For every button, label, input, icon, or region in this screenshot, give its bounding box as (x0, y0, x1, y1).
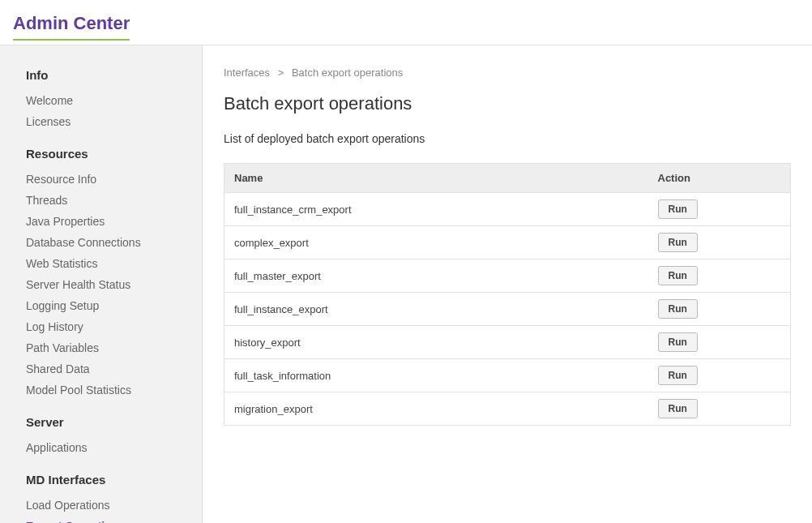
table-row: history_exportRun (224, 326, 791, 359)
sidebar-item[interactable]: Export Operations (26, 516, 202, 523)
sidebar: InfoWelcomeLicensesResourcesResource Inf… (0, 45, 203, 523)
sidebar-item[interactable]: Logging Setup (26, 295, 202, 316)
sidebar-item[interactable]: Log History (26, 316, 202, 337)
run-button[interactable]: Run (658, 299, 698, 319)
operation-name: history_export (224, 326, 648, 359)
breadcrumb-current: Batch export operations (292, 66, 403, 79)
nav-group: ServerApplications (26, 415, 202, 458)
nav-group: InfoWelcomeLicenses (26, 68, 202, 132)
sidebar-item[interactable]: Web Statistics (26, 253, 202, 274)
column-header-action: Action (648, 164, 791, 193)
page-subtitle: List of deployed batch export operations (224, 132, 791, 145)
run-button[interactable]: Run (658, 199, 698, 219)
nav-group: MD InterfacesLoad OperationsExport Opera… (26, 473, 202, 523)
operation-action-cell: Run (648, 259, 791, 293)
app-title[interactable]: Admin Center (13, 13, 130, 41)
table-row: full_master_exportRun (224, 259, 791, 293)
operation-action-cell: Run (648, 326, 791, 359)
sidebar-item[interactable]: Database Connections (26, 232, 202, 253)
breadcrumb: Interfaces > Batch export operations (224, 66, 791, 79)
operation-action-cell: Run (648, 293, 791, 326)
breadcrumb-sep: > (278, 66, 284, 79)
nav-group-title: Server (26, 415, 202, 429)
nav-group-title: Resources (26, 147, 202, 161)
app-header: Admin Center (0, 0, 812, 45)
nav-group: ResourcesResource InfoThreadsJava Proper… (26, 147, 202, 401)
table-row: complex_exportRun (224, 226, 791, 259)
sidebar-item[interactable]: Server Health Status (26, 274, 202, 295)
table-row: full_instance_exportRun (224, 293, 791, 326)
sidebar-item[interactable]: Java Properties (26, 211, 202, 232)
operation-name: full_instance_crm_export (224, 193, 648, 226)
sidebar-item[interactable]: Path Variables (26, 337, 202, 358)
page-title: Batch export operations (224, 93, 791, 114)
breadcrumb-parent[interactable]: Interfaces (224, 66, 270, 79)
operation-action-cell: Run (648, 193, 791, 226)
main-content: Interfaces > Batch export operations Bat… (203, 45, 812, 523)
operation-name: full_master_export (224, 259, 648, 293)
sidebar-item[interactable]: Load Operations (26, 495, 202, 516)
nav-group-title: Info (26, 68, 202, 82)
sidebar-item[interactable]: Resource Info (26, 169, 202, 190)
table-row: migration_exportRun (224, 392, 791, 426)
nav-group-title: MD Interfaces (26, 473, 202, 487)
run-button[interactable]: Run (658, 399, 698, 418)
sidebar-item[interactable]: Applications (26, 437, 202, 458)
sidebar-item[interactable]: Model Pool Statistics (26, 379, 202, 401)
column-header-name: Name (224, 164, 648, 193)
table-row: full_task_informationRun (224, 359, 791, 392)
operation-action-cell: Run (648, 359, 791, 392)
sidebar-item[interactable]: Threads (26, 190, 202, 211)
sidebar-item[interactable]: Licenses (26, 111, 202, 132)
run-button[interactable]: Run (658, 366, 698, 385)
run-button[interactable]: Run (658, 266, 698, 285)
operation-name: full_instance_export (224, 293, 648, 326)
operations-table: Name Action full_instance_crm_exportRunc… (224, 163, 791, 426)
operation-name: migration_export (224, 392, 648, 426)
sidebar-item[interactable]: Shared Data (26, 358, 202, 379)
table-row: full_instance_crm_exportRun (224, 193, 791, 226)
operation-name: full_task_information (224, 359, 648, 392)
operations-table-body: full_instance_crm_exportRuncomplex_expor… (224, 193, 791, 426)
layout: InfoWelcomeLicensesResourcesResource Inf… (0, 45, 812, 523)
operation-action-cell: Run (648, 392, 791, 426)
run-button[interactable]: Run (658, 332, 698, 352)
run-button[interactable]: Run (658, 233, 698, 252)
sidebar-item[interactable]: Welcome (26, 90, 202, 111)
operation-action-cell: Run (648, 226, 791, 259)
operation-name: complex_export (224, 226, 648, 259)
